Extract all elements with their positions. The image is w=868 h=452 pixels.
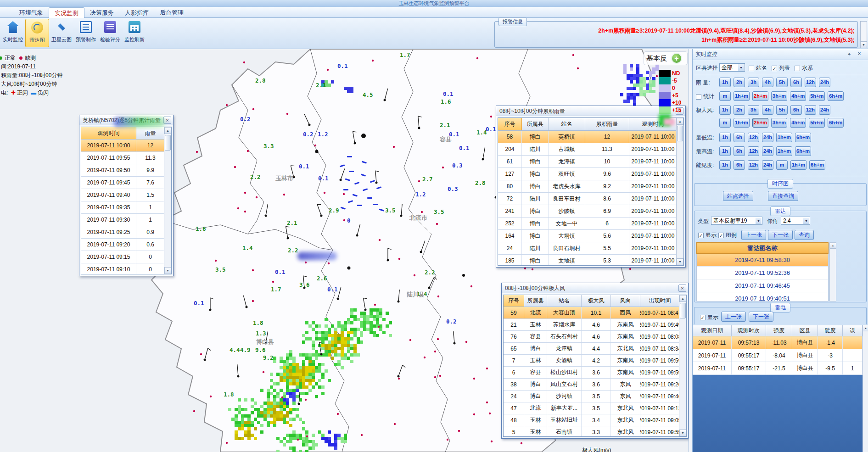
- radar-elev-select[interactable]: 2.4▼: [781, 217, 810, 225]
- wind-period-button[interactable]: 5h: [776, 105, 788, 115]
- col-header-time[interactable]: 观测时间: [81, 127, 136, 139]
- table-row[interactable]: 2019-07-11 09:55:17 -21.5 博白县 -9.5 1: [693, 362, 862, 375]
- close-icon[interactable]: ×: [678, 285, 686, 292]
- lightning-table-scrollbar[interactable]: ▲: [862, 325, 868, 452]
- lightning-show-checkbox[interactable]: 显示: [700, 313, 718, 321]
- direct-query-button[interactable]: 直接查询: [768, 191, 798, 201]
- radar-legend-checkbox[interactable]: 图例: [718, 231, 737, 239]
- chevron-down-icon[interactable]: ▼: [738, 64, 744, 71]
- wind-period-button[interactable]: 24h: [819, 105, 830, 115]
- checkbox-icon[interactable]: [698, 233, 704, 238]
- scrollbar[interactable]: ▲ ▼: [679, 295, 686, 436]
- tmin-period-button[interactable]: 1h+m: [776, 133, 792, 142]
- menu-tab[interactable]: 决策服务: [84, 7, 119, 18]
- table-row[interactable]: 2019-07-11 09:45 7.6: [81, 177, 171, 189]
- wind-period-button[interactable]: 2h: [734, 105, 745, 115]
- visibility-period-button[interactable]: 1h+m: [790, 160, 806, 170]
- rain-stat-button[interactable]: 4h+m: [790, 91, 806, 101]
- layer-checkbox[interactable]: 站名: [749, 64, 767, 72]
- table-row[interactable]: 2019-07-11 10:00 12: [81, 140, 171, 152]
- tmax-period-button[interactable]: 6h+m: [795, 146, 811, 156]
- checkbox-icon[interactable]: [696, 94, 701, 100]
- scroll-up-icon[interactable]: ▲: [830, 243, 836, 249]
- table-row[interactable]: 2019-07-11 09:55:17 -8.04 博白县 -3: [693, 349, 862, 362]
- checkbox-icon[interactable]: [749, 66, 754, 71]
- tmax-period-button[interactable]: 24h: [762, 146, 773, 156]
- table-row[interactable]: 2019-07-11 09:50 9.9: [81, 164, 171, 177]
- radar-list-scrollbar[interactable]: ▲: [829, 242, 836, 301]
- scrollbar[interactable]: ▲ ▼: [676, 118, 683, 265]
- table-row[interactable]: 24 陆川 良田石垌村 5.5 2019-07-11 10:00: [498, 242, 683, 255]
- radar-image-item[interactable]: 2019-07-11 09:40:51: [697, 292, 828, 301]
- rain-stat-button[interactable]: m: [719, 91, 731, 101]
- tmax-period-button[interactable]: 12h: [748, 146, 759, 156]
- table-row[interactable]: 2019-07-11 09:35 1: [81, 201, 171, 214]
- table-row[interactable]: 127 博白 双旺镇 9.6 2019-07-11 10:00: [498, 168, 683, 180]
- table-row[interactable]: 59 北流 大容山顶 10.1 西风 2019-07-11 08:47: [504, 307, 686, 319]
- rain-period-button[interactable]: 4h: [762, 78, 773, 87]
- wind-period-button[interactable]: 4h: [762, 105, 773, 115]
- scroll-up-icon[interactable]: ▲: [863, 325, 868, 331]
- scroll-thumb[interactable]: [677, 126, 683, 141]
- radar-query-button[interactable]: 查询: [795, 230, 814, 240]
- menu-tab[interactable]: 人影指挥: [119, 7, 154, 18]
- scroll-down-icon[interactable]: ▼: [679, 430, 686, 436]
- station-rain-window[interactable]: 英桥镇(N5702)逐5分钟累计雨量 × 观测时间 雨量 2019-07-11 …: [79, 115, 174, 276]
- tmin-period-button[interactable]: 1h: [719, 133, 731, 142]
- table-row[interactable]: 7 玉林 卖酒镇 4.2 东南风 2019-07-11 09:59: [504, 355, 686, 367]
- visibility-period-button[interactable]: 12h: [748, 160, 759, 170]
- toolbar-button[interactable]: 卫星云图: [50, 19, 73, 47]
- wind-stat-button[interactable]: 2h+m: [752, 118, 768, 128]
- chevron-down-icon[interactable]: ▼: [803, 218, 809, 224]
- table-row[interactable]: 72 陆川 良田车田村 8.6 2019-07-11 10:00: [498, 193, 683, 205]
- tmax-period-button[interactable]: 1h+m: [776, 146, 792, 156]
- table-row[interactable]: 61 博白 龙潭镇 10 2019-07-11 10:00: [498, 156, 683, 168]
- rain-period-button[interactable]: 12h: [805, 78, 816, 87]
- radar-image-item[interactable]: 2019-07-11 09:46:45: [697, 279, 828, 292]
- wind-period-button[interactable]: 1h: [719, 105, 731, 115]
- toolbar-button[interactable]: 实时监控: [1, 19, 25, 47]
- scroll-down-icon[interactable]: ▼: [677, 258, 683, 265]
- checkbox-icon[interactable]: [795, 66, 800, 71]
- table-row[interactable]: 80 博白 老虎头水库 9.2 2019-07-11 10:00: [498, 180, 683, 193]
- tmax-period-button[interactable]: 6h: [734, 146, 745, 156]
- wind-period-button[interactable]: 3h: [748, 105, 759, 115]
- close-icon[interactable]: ×: [163, 117, 171, 124]
- table-row[interactable]: 48 玉林 玉林站旧址 3.4 东北风 2019-07-11 09:09: [504, 414, 686, 426]
- lightning-next-button[interactable]: 下一张: [749, 312, 773, 322]
- radar-image-item[interactable]: 2019-07-11 09:52:36: [697, 267, 828, 279]
- rain-period-button[interactable]: 5h: [776, 78, 788, 87]
- wind-stat-button[interactable]: 4h+m: [790, 118, 806, 128]
- cumulative-rain-window[interactable]: 08时~10时00分钟累积雨量 × 序号 所属县 站名 累积雨量 观测时间 58…: [496, 106, 686, 268]
- map-area[interactable]: 正常 缺测 间:2019-07-11 积雨量:08时~10时00分钟 大风:08…: [0, 49, 689, 452]
- table-row[interactable]: 164 博白 大垌镇 5.6 2019-07-11 10:00: [498, 230, 683, 242]
- visibility-period-button[interactable]: m: [776, 160, 788, 170]
- alert-scrollbar[interactable]: ▼: [860, 21, 867, 48]
- scroll-up-icon[interactable]: ▲: [164, 127, 171, 134]
- table-row[interactable]: 252 博白 文地一中 6 2019-07-11 10:00: [498, 218, 683, 230]
- map-sidebar-divider[interactable]: [689, 49, 692, 452]
- table-row[interactable]: 2019-07-11 09:15 0: [81, 251, 171, 263]
- table-row[interactable]: 76 容县 石头石剑村 4.6 东南风 2019-07-11 08:08: [504, 331, 686, 343]
- table-row[interactable]: 38 博白 凤山立石村 3.6 东风 2019-07-11 09:26: [504, 379, 686, 391]
- menu-tab[interactable]: 环境气象: [14, 7, 49, 18]
- table-row[interactable]: 65 博白 龙潭镇 4.4 东北风 2019-07-11 08:34: [504, 343, 686, 355]
- radar-type-select[interactable]: 基本反射率19▼: [711, 217, 762, 225]
- wind-period-button[interactable]: 6h: [790, 105, 802, 115]
- table-row[interactable]: 204 陆川 古城镇 11.3 2019-07-11 10:00: [498, 143, 683, 156]
- table-row[interactable]: 2019-07-11 09:40 1.5: [81, 189, 171, 201]
- tmin-period-button[interactable]: 6h+m: [795, 133, 811, 142]
- table-row[interactable]: 2019-07-11 09:30 1: [81, 214, 171, 226]
- toolbar-button[interactable]: 监控刷新: [123, 19, 146, 47]
- menu-tab[interactable]: 后台管理: [154, 7, 189, 18]
- table-row[interactable]: 2019-07-11 09:20 0.6: [81, 239, 171, 251]
- toolbar-button[interactable]: 预警制作: [74, 19, 98, 47]
- toolbar-button[interactable]: 雷达图: [25, 19, 49, 47]
- rain-period-button[interactable]: 2h: [734, 78, 745, 87]
- tmin-period-button[interactable]: 24h: [762, 133, 773, 142]
- table-row[interactable]: 6 容县 松山沙田村 3.6 东南风 2019-07-11 09:59: [504, 367, 686, 379]
- zoom-plus-button[interactable]: +: [671, 53, 682, 64]
- rain-stat-button[interactable]: 1h+m: [734, 91, 750, 101]
- table-row[interactable]: 24 博白 沙河镇 3.5 东风 2019-07-11 09:46: [504, 391, 686, 402]
- scroll-thumb[interactable]: [165, 135, 171, 151]
